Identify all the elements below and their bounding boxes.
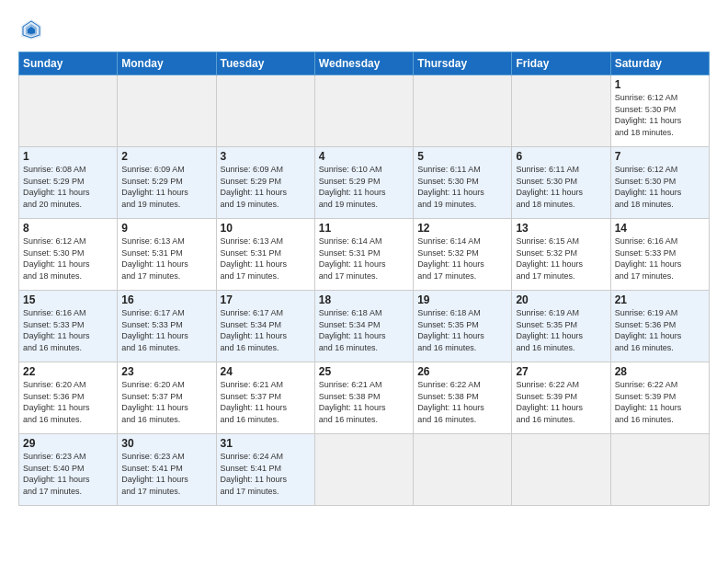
day-info: Sunrise: 6:12 AMSunset: 5:30 PMDaylight:… [615, 164, 705, 210]
day-info: Sunrise: 6:17 AMSunset: 5:34 PMDaylight:… [221, 307, 311, 353]
day-info: Sunrise: 6:22 AMSunset: 5:39 PMDaylight:… [516, 379, 606, 425]
calendar-cell: 24Sunrise: 6:21 AMSunset: 5:37 PMDayligh… [216, 362, 314, 434]
day-number: 10 [221, 222, 311, 235]
day-number: 12 [417, 222, 507, 235]
calendar-cell: 30Sunrise: 6:23 AMSunset: 5:41 PMDayligh… [118, 434, 216, 506]
day-info: Sunrise: 6:08 AMSunset: 5:29 PMDaylight:… [23, 164, 113, 210]
calendar-cell: 31Sunrise: 6:24 AMSunset: 5:41 PMDayligh… [216, 434, 314, 506]
calendar-cell: 14Sunrise: 6:16 AMSunset: 5:33 PMDayligh… [610, 219, 709, 291]
calendar-cell [118, 75, 216, 147]
day-number: 14 [615, 222, 705, 235]
day-info: Sunrise: 6:09 AMSunset: 5:29 PMDaylight:… [121, 164, 211, 210]
day-number: 2 [121, 150, 211, 163]
calendar-header-tuesday: Tuesday [216, 52, 314, 75]
calendar-header-saturday: Saturday [610, 52, 709, 75]
day-number: 20 [516, 293, 606, 306]
day-info: Sunrise: 6:20 AMSunset: 5:36 PMDaylight:… [23, 379, 113, 425]
day-info: Sunrise: 6:21 AMSunset: 5:37 PMDaylight:… [221, 379, 311, 425]
calendar-header-thursday: Thursday [414, 52, 512, 75]
calendar-cell: 11Sunrise: 6:14 AMSunset: 5:31 PMDayligh… [314, 219, 413, 291]
day-number: 29 [23, 437, 113, 450]
day-number: 7 [615, 150, 705, 163]
calendar-cell: 20Sunrise: 6:19 AMSunset: 5:35 PMDayligh… [512, 291, 610, 362]
day-number: 6 [516, 150, 606, 163]
calendar-cell [216, 75, 314, 147]
calendar-cell [512, 75, 610, 147]
calendar-week-row: 29Sunrise: 6:23 AMSunset: 5:40 PMDayligh… [19, 434, 710, 506]
calendar-cell [512, 434, 610, 506]
day-info: Sunrise: 6:12 AMSunset: 5:30 PMDaylight:… [615, 92, 705, 138]
day-number: 13 [516, 222, 606, 235]
logo [18, 17, 48, 42]
day-info: Sunrise: 6:13 AMSunset: 5:31 PMDaylight:… [121, 236, 211, 282]
day-info: Sunrise: 6:17 AMSunset: 5:33 PMDaylight:… [121, 307, 211, 353]
day-number: 8 [23, 222, 113, 235]
day-number: 27 [516, 365, 606, 378]
calendar-cell [19, 75, 118, 147]
day-info: Sunrise: 6:18 AMSunset: 5:34 PMDaylight:… [319, 307, 409, 353]
calendar-cell: 1Sunrise: 6:12 AMSunset: 5:30 PMDaylight… [610, 75, 709, 147]
day-info: Sunrise: 6:16 AMSunset: 5:33 PMDaylight:… [615, 236, 705, 282]
calendar-cell [314, 434, 413, 506]
day-number: 25 [319, 365, 409, 378]
day-info: Sunrise: 6:16 AMSunset: 5:33 PMDaylight:… [23, 307, 113, 353]
calendar-cell: 8Sunrise: 6:12 AMSunset: 5:30 PMDaylight… [19, 219, 118, 291]
calendar-header-sunday: Sunday [19, 52, 118, 75]
day-info: Sunrise: 6:21 AMSunset: 5:38 PMDaylight:… [319, 379, 409, 425]
header [18, 17, 710, 42]
day-number: 1 [615, 78, 705, 91]
calendar-week-row: 1Sunrise: 6:08 AMSunset: 5:29 PMDaylight… [19, 147, 710, 219]
day-info: Sunrise: 6:24 AMSunset: 5:41 PMDaylight:… [221, 451, 311, 497]
page: SundayMondayTuesdayWednesdayThursdayFrid… [0, 0, 728, 563]
day-info: Sunrise: 6:14 AMSunset: 5:32 PMDaylight:… [417, 236, 507, 282]
day-info: Sunrise: 6:23 AMSunset: 5:40 PMDaylight:… [23, 451, 113, 497]
day-number: 23 [121, 365, 211, 378]
day-info: Sunrise: 6:11 AMSunset: 5:30 PMDaylight:… [516, 164, 606, 210]
day-number: 3 [221, 150, 311, 163]
calendar-cell: 4Sunrise: 6:10 AMSunset: 5:29 PMDaylight… [314, 147, 413, 219]
calendar-cell: 13Sunrise: 6:15 AMSunset: 5:32 PMDayligh… [512, 219, 610, 291]
day-info: Sunrise: 6:09 AMSunset: 5:29 PMDaylight:… [221, 164, 311, 210]
day-info: Sunrise: 6:19 AMSunset: 5:35 PMDaylight:… [516, 307, 606, 353]
day-info: Sunrise: 6:23 AMSunset: 5:41 PMDaylight:… [121, 451, 211, 497]
calendar-week-row: 1Sunrise: 6:12 AMSunset: 5:30 PMDaylight… [19, 75, 710, 147]
calendar-cell: 15Sunrise: 6:16 AMSunset: 5:33 PMDayligh… [19, 291, 118, 362]
day-number: 9 [121, 222, 211, 235]
calendar-cell: 28Sunrise: 6:22 AMSunset: 5:39 PMDayligh… [610, 362, 709, 434]
calendar-week-row: 15Sunrise: 6:16 AMSunset: 5:33 PMDayligh… [19, 291, 710, 362]
day-info: Sunrise: 6:22 AMSunset: 5:39 PMDaylight:… [615, 379, 705, 425]
calendar-cell: 10Sunrise: 6:13 AMSunset: 5:31 PMDayligh… [216, 219, 314, 291]
day-info: Sunrise: 6:19 AMSunset: 5:36 PMDaylight:… [615, 307, 705, 353]
calendar-cell: 9Sunrise: 6:13 AMSunset: 5:31 PMDaylight… [118, 219, 216, 291]
calendar-cell: 21Sunrise: 6:19 AMSunset: 5:36 PMDayligh… [610, 291, 709, 362]
calendar-cell [414, 75, 512, 147]
calendar-cell: 16Sunrise: 6:17 AMSunset: 5:33 PMDayligh… [118, 291, 216, 362]
day-number: 16 [121, 293, 211, 306]
calendar-cell: 12Sunrise: 6:14 AMSunset: 5:32 PMDayligh… [414, 219, 512, 291]
day-number: 11 [319, 222, 409, 235]
day-info: Sunrise: 6:15 AMSunset: 5:32 PMDaylight:… [516, 236, 606, 282]
calendar-week-row: 8Sunrise: 6:12 AMSunset: 5:30 PMDaylight… [19, 219, 710, 291]
day-number: 5 [417, 150, 507, 163]
calendar-cell [314, 75, 413, 147]
day-number: 15 [23, 293, 113, 306]
day-number: 26 [417, 365, 507, 378]
calendar-cell: 22Sunrise: 6:20 AMSunset: 5:36 PMDayligh… [19, 362, 118, 434]
calendar-cell: 6Sunrise: 6:11 AMSunset: 5:30 PMDaylight… [512, 147, 610, 219]
calendar-table: SundayMondayTuesdayWednesdayThursdayFrid… [18, 52, 710, 506]
day-number: 31 [221, 437, 311, 450]
day-info: Sunrise: 6:12 AMSunset: 5:30 PMDaylight:… [23, 236, 113, 282]
calendar-header-friday: Friday [512, 52, 610, 75]
day-number: 19 [417, 293, 507, 306]
calendar-cell: 27Sunrise: 6:22 AMSunset: 5:39 PMDayligh… [512, 362, 610, 434]
day-number: 24 [221, 365, 311, 378]
calendar-cell: 3Sunrise: 6:09 AMSunset: 5:29 PMDaylight… [216, 147, 314, 219]
calendar-header-monday: Monday [118, 52, 216, 75]
calendar-cell: 17Sunrise: 6:17 AMSunset: 5:34 PMDayligh… [216, 291, 314, 362]
calendar-cell: 25Sunrise: 6:21 AMSunset: 5:38 PMDayligh… [314, 362, 413, 434]
day-number: 21 [615, 293, 705, 306]
day-number: 17 [221, 293, 311, 306]
calendar-cell: 2Sunrise: 6:09 AMSunset: 5:29 PMDaylight… [118, 147, 216, 219]
logo-icon [18, 17, 44, 42]
day-info: Sunrise: 6:20 AMSunset: 5:37 PMDaylight:… [121, 379, 211, 425]
